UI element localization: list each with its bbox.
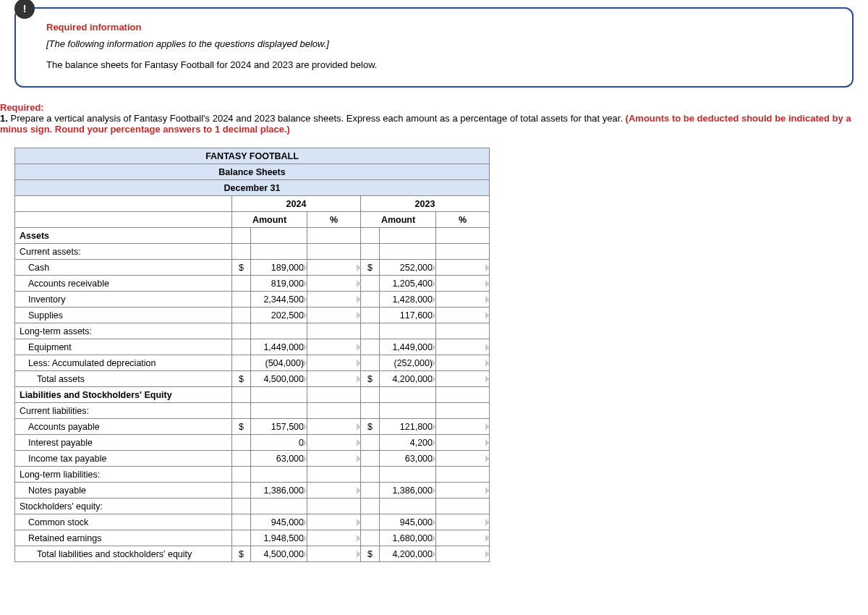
row-label-cash: Cash: [15, 260, 232, 276]
row-label-cs: Common stock: [15, 514, 232, 530]
current-liab-section: Current liabilities:: [15, 403, 232, 419]
dollar-sign: $: [232, 371, 251, 387]
amount-2024-accdep[interactable]: (504,000): [251, 355, 307, 371]
pct-2024-tle[interactable]: [307, 546, 361, 562]
statement-name: Balance Sheets: [15, 164, 490, 180]
pct-2024-re[interactable]: [307, 530, 361, 546]
amount-2023-ta[interactable]: 4,200,000: [380, 371, 436, 387]
row-label-np: Notes payable: [15, 483, 232, 499]
pct-2024-ta[interactable]: [307, 371, 361, 387]
pct-2024-equip[interactable]: [307, 339, 361, 355]
dollar-sign: $: [232, 546, 251, 562]
amount-2023-inv[interactable]: 1,428,000: [380, 292, 436, 308]
row-label-equip: Equipment: [15, 339, 232, 355]
amount-2024-ta[interactable]: 4,500,000: [251, 371, 307, 387]
longterm-liab-section: Long-term liabilities:: [15, 467, 232, 483]
amount-header-2024: Amount: [232, 212, 307, 228]
amount-2023-tle[interactable]: 4,200,000: [380, 546, 436, 562]
row-label-accdep: Less: Accumulated depreciation: [15, 355, 232, 371]
pct-2023-itp[interactable]: [436, 451, 490, 467]
pct-2023-sup[interactable]: [436, 308, 490, 323]
dollar-sign: $: [361, 371, 380, 387]
pct-2023-ip[interactable]: [436, 435, 490, 451]
pct-2023-tle[interactable]: [436, 546, 490, 562]
pct-2024-itp[interactable]: [307, 451, 361, 467]
pct-2024-ar[interactable]: [307, 276, 361, 292]
company-name: FANTASY FOOTBALL: [15, 148, 490, 164]
assets-section: Assets: [15, 228, 232, 244]
pct-2024-cs[interactable]: [307, 514, 361, 530]
pct-2023-cash[interactable]: [436, 260, 490, 276]
row-label-total-assets: Total assets: [15, 371, 232, 387]
pct-2024-accdep[interactable]: [307, 355, 361, 371]
pct-2024-np[interactable]: [307, 483, 361, 499]
amount-2024-cash[interactable]: 189,000: [251, 260, 307, 276]
amount-2024-cs[interactable]: 945,000: [251, 514, 307, 530]
amount-2024-ar[interactable]: 819,000: [251, 276, 307, 292]
required-information-box: ! Required information [The following in…: [14, 7, 854, 88]
amount-2023-itp[interactable]: 63,000: [380, 451, 436, 467]
amount-2023-re[interactable]: 1,680,000: [380, 530, 436, 546]
amount-2023-cash[interactable]: 252,000: [380, 260, 436, 276]
amount-2024-equip[interactable]: 1,449,000: [251, 339, 307, 355]
applies-note: [The following information applies to th…: [46, 38, 829, 49]
balance-sheet-table: FANTASY FOOTBALL Balance Sheets December…: [14, 148, 490, 562]
row-label-ap: Accounts payable: [15, 419, 232, 435]
amount-2024-ip[interactable]: 0: [251, 435, 307, 451]
longterm-assets-section: Long-term assets:: [15, 323, 232, 339]
amount-2023-accdep[interactable]: (252,000): [380, 355, 436, 371]
row-label-re: Retained earnings: [15, 530, 232, 546]
pct-2024-ip[interactable]: [307, 435, 361, 451]
year-2023-header: 2023: [361, 196, 490, 212]
required-number: 1.: [0, 113, 8, 124]
pct-2023-inv[interactable]: [436, 292, 490, 308]
intro-text: The balance sheets for Fantasy Football …: [46, 59, 829, 70]
row-label-ar: Accounts receivable: [15, 276, 232, 292]
amount-2024-ap[interactable]: 157,500: [251, 419, 307, 435]
amount-2023-equip[interactable]: 1,449,000: [380, 339, 436, 355]
dollar-sign: $: [361, 419, 380, 435]
required-info-title: Required information: [46, 22, 829, 33]
required-instructions: Required: 1. Prepare a vertical analysis…: [0, 102, 854, 135]
equity-section: Stockholders' equity:: [15, 499, 232, 514]
amount-2024-tle[interactable]: 4,500,000: [251, 546, 307, 562]
pct-2023-equip[interactable]: [436, 339, 490, 355]
amount-2023-np[interactable]: 1,386,000: [380, 483, 436, 499]
pct-2023-accdep[interactable]: [436, 355, 490, 371]
pct-2024-sup[interactable]: [307, 308, 361, 323]
amount-header-2023: Amount: [361, 212, 436, 228]
amount-2024-re[interactable]: 1,948,500: [251, 530, 307, 546]
current-assets-section: Current assets:: [15, 244, 232, 260]
amount-2023-ip[interactable]: 4,200: [380, 435, 436, 451]
amount-2023-ar[interactable]: 1,205,400: [380, 276, 436, 292]
dollar-sign: $: [361, 260, 380, 276]
pct-2023-re[interactable]: [436, 530, 490, 546]
row-label-sup: Supplies: [15, 308, 232, 323]
row-label-itp: Income tax payable: [15, 451, 232, 467]
row-label-tle: Total liabilities and stockholders' equi…: [15, 546, 232, 562]
pct-2023-ar[interactable]: [436, 276, 490, 292]
amount-2024-itp[interactable]: 63,000: [251, 451, 307, 467]
pct-header-2024: %: [307, 212, 361, 228]
pct-2023-np[interactable]: [436, 483, 490, 499]
amount-2023-ap[interactable]: 121,800: [380, 419, 436, 435]
pct-2024-ap[interactable]: [307, 419, 361, 435]
pct-2023-ap[interactable]: [436, 419, 490, 435]
row-label-ip: Interest payable: [15, 435, 232, 451]
statement-date: December 31: [15, 180, 490, 196]
required-header: Required:: [0, 102, 44, 113]
alert-icon: !: [14, 0, 35, 19]
pct-2024-cash[interactable]: [307, 260, 361, 276]
pct-header-2023: %: [436, 212, 490, 228]
amount-2023-sup[interactable]: 117,600: [380, 308, 436, 323]
pct-2024-inv[interactable]: [307, 292, 361, 308]
amount-2024-inv[interactable]: 2,344,500: [251, 292, 307, 308]
amount-2024-sup[interactable]: 202,500: [251, 308, 307, 323]
pct-2023-ta[interactable]: [436, 371, 490, 387]
pct-2023-cs[interactable]: [436, 514, 490, 530]
year-2024-header: 2024: [232, 196, 361, 212]
amount-2024-np[interactable]: 1,386,000: [251, 483, 307, 499]
row-label-inv: Inventory: [15, 292, 232, 308]
dollar-sign: $: [232, 419, 251, 435]
amount-2023-cs[interactable]: 945,000: [380, 514, 436, 530]
